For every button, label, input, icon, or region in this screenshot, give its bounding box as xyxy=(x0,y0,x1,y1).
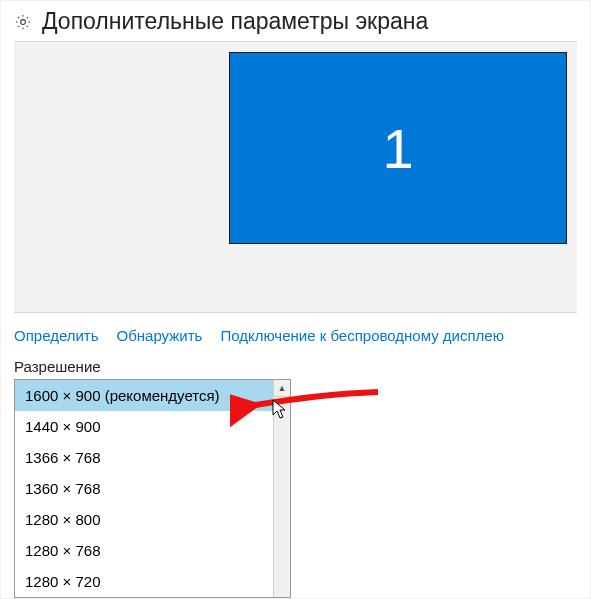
resolution-label: Разрешение xyxy=(14,358,577,375)
title-row: Дополнительные параметры экрана xyxy=(14,8,577,35)
scroll-up-icon[interactable]: ▲ xyxy=(274,380,290,397)
detect-link[interactable]: Обнаружить xyxy=(117,327,203,344)
dropdown-scrollbar[interactable]: ▲ xyxy=(273,380,290,597)
wireless-display-link[interactable]: Подключение к беспроводному дисплею xyxy=(220,327,504,344)
resolution-option[interactable]: 1280 × 720 xyxy=(15,566,290,597)
resolution-dropdown[interactable]: 1600 × 900 (рекомендуется) 1440 × 900 13… xyxy=(14,379,291,598)
resolution-option[interactable]: 1600 × 900 (рекомендуется) xyxy=(15,380,290,411)
resolution-option[interactable]: 1440 × 900 xyxy=(15,411,290,442)
resolution-option[interactable]: 1360 × 768 xyxy=(15,473,290,504)
page-title: Дополнительные параметры экрана xyxy=(42,8,428,35)
resolution-options-list: 1600 × 900 (рекомендуется) 1440 × 900 13… xyxy=(14,379,291,598)
identify-link[interactable]: Определить xyxy=(14,327,99,344)
resolution-option[interactable]: 1280 × 800 xyxy=(15,504,290,535)
svg-point-0 xyxy=(21,19,26,24)
action-links: Определить Обнаружить Подключение к бесп… xyxy=(14,327,577,358)
monitor-tile-1[interactable]: 1 xyxy=(229,52,567,244)
display-preview-area: 1 xyxy=(14,41,577,313)
monitor-number: 1 xyxy=(382,116,413,181)
resolution-option[interactable]: 1366 × 768 xyxy=(15,442,290,473)
resolution-option[interactable]: 1280 × 768 xyxy=(15,535,290,566)
gear-icon xyxy=(14,13,32,31)
